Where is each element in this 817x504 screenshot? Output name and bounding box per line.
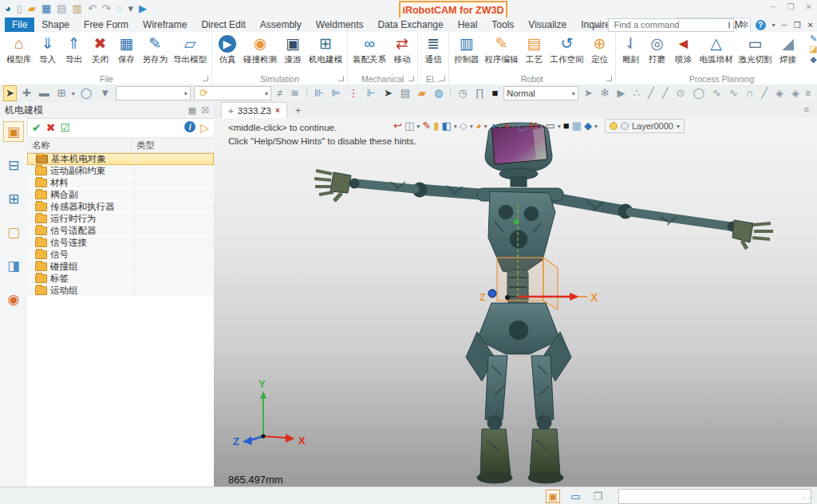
layer-caret-icon[interactable]: ▾	[677, 123, 680, 130]
ribbon-item-move[interactable]: ⇄移动	[389, 33, 415, 66]
background-swatch-icon[interactable]: ■	[563, 120, 570, 132]
render-manager-icon[interactable]: ◨	[3, 255, 24, 276]
history-clock-icon[interactable]: ◷	[456, 85, 469, 101]
window-restore-icon[interactable]: ❐	[787, 2, 795, 11]
ribbon-item-arc-additive[interactable]: △电弧增材	[697, 33, 736, 66]
zoom-in-icon[interactable]: ✚	[20, 85, 34, 101]
ribbon-item-locate[interactable]: ⊕定位	[587, 33, 613, 66]
insert-datum-icon[interactable]: ⊪	[312, 85, 326, 101]
plane-display-icon-caret[interactable]: ▾	[594, 123, 598, 130]
pick-box-icon-caret[interactable]: ▾	[72, 90, 75, 97]
shaded-box-icon[interactable]: ◧	[441, 120, 451, 132]
ribbon-item-weld[interactable]: ◢焊接	[776, 33, 801, 66]
new-file-icon[interactable]: ▯	[17, 3, 22, 14]
curve-icon[interactable]: ∿	[727, 85, 740, 101]
menu-tab-direct-edit[interactable]: Direct Edit	[194, 18, 252, 32]
menu-tab-visualize[interactable]: Visualize	[521, 18, 574, 32]
ribbon-item-walkthrough[interactable]: ▣漫游	[280, 33, 306, 66]
tree-row-joints-and-constraints[interactable]: 运动副和约束	[27, 165, 214, 177]
ribbon-item-save-as[interactable]: ✎另存为	[140, 33, 171, 66]
spray-tool-icon[interactable]: ✻	[598, 85, 612, 101]
resize-grip[interactable]: ⁙⁙	[800, 494, 814, 502]
robot-model[interactable]: X Z Y X Z	[214, 118, 817, 486]
exit-sketch-icon[interactable]: ↩	[393, 120, 402, 132]
wireframe-cube-icon-caret[interactable]: ▾	[470, 123, 473, 130]
doc-close-icon[interactable]: ✕	[807, 21, 814, 30]
insert-csys-icon[interactable]: ⊩	[365, 85, 378, 101]
pick-tool-icon[interactable]: ➤	[582, 85, 595, 101]
shade-mode-icon[interactable]: ◫	[405, 120, 414, 132]
info-icon[interactable]: i	[184, 121, 195, 132]
help-icon[interactable]: ?	[756, 20, 766, 30]
panel-close-icon[interactable]: ☒	[201, 105, 209, 116]
insert-point-icon[interactable]: ⋮	[346, 85, 361, 101]
appearance-sphere-icon-caret[interactable]: ▾	[484, 123, 487, 130]
toolbar-overflow-icon[interactable]: ≡	[805, 88, 814, 99]
ribbon-item-laser-cut[interactable]: ▭激光切割	[736, 33, 775, 66]
monitor-view-icon-caret[interactable]: ▾	[558, 123, 561, 130]
mechatronics-manager-icon[interactable]: ▣	[3, 121, 24, 142]
color-swatch-icon[interactable]: ■	[489, 85, 500, 101]
tree-row-signals[interactable]: 信号	[27, 249, 214, 261]
play-icon[interactable]: ▶	[139, 3, 147, 14]
titlebar-caret-icon[interactable]: ▾	[128, 3, 133, 14]
shade-mode-icon-caret[interactable]: ▾	[416, 123, 420, 130]
circle-center-icon[interactable]: ⊙	[674, 85, 688, 101]
layer-visibility-bulb-icon[interactable]	[610, 122, 618, 130]
surface-icon[interactable]: ◈	[789, 85, 802, 101]
doc-minimize-icon[interactable]: ─	[782, 21, 787, 30]
tree-row-signal-connections[interactable]: 信号连接	[27, 237, 214, 249]
ribbon-item-collision-detection[interactable]: ◉碰撞检测	[241, 33, 279, 66]
section-view-icon[interactable]: ◑	[490, 120, 496, 132]
zoom-out-icon[interactable]: ▬	[37, 85, 52, 101]
print-icon[interactable]: ▤	[57, 3, 66, 14]
monitor-status-icon[interactable]: ▭	[568, 490, 582, 503]
tree-row-motion-groups[interactable]: 运动组	[27, 285, 214, 297]
pick-arrow-icon[interactable]: ➤	[381, 85, 395, 101]
cancel-icon[interactable]: ✖	[46, 121, 56, 134]
tree-row-basic-mechatronic-objects[interactable]: 基本机电对象	[27, 153, 214, 165]
doc-restore-icon[interactable]: ❐	[794, 21, 801, 30]
cloud-icon[interactable]: ☁	[592, 19, 602, 30]
locate-target-icon[interactable]: ⌖	[503, 120, 509, 132]
window-view-icon[interactable]: ▢	[518, 120, 527, 132]
window-close-icon[interactable]: ✕	[806, 2, 812, 11]
ribbon-item-export[interactable]: ⇑导出	[61, 33, 87, 66]
segment-icon[interactable]: ╱	[759, 85, 770, 101]
document-tab[interactable]: + 3333.Z3 ×	[221, 102, 287, 118]
help-caret-icon[interactable]: ▾	[772, 22, 776, 29]
viewport-3d[interactable]: X Z Y X Z <middle-click>	[214, 118, 817, 486]
ribbon-item-import[interactable]: ⇓导入	[35, 33, 61, 66]
circle-icon[interactable]: ◯	[690, 85, 707, 101]
patch-tool-icon[interactable]: ◆	[810, 54, 816, 65]
plot-icon[interactable]: ▥	[73, 3, 82, 14]
filter-combo[interactable]: ▾	[116, 86, 191, 100]
align-icon[interactable]: ≠	[274, 85, 285, 101]
selection-ring-icon[interactable]: ◌	[116, 3, 123, 14]
filter-combo-caret[interactable]: ▾	[184, 90, 187, 97]
ribbon-item-communication[interactable]: ≣通信	[420, 33, 446, 66]
settings-gear-icon[interactable]: ✻	[740, 19, 748, 30]
save-icon[interactable]: ▦	[41, 3, 51, 14]
command-search[interactable]	[608, 18, 734, 32]
ribbon-item-export-model[interactable]: ▱导出模型	[171, 33, 209, 66]
ribbon-item-program-edit[interactable]: ✎程序编辑	[483, 33, 521, 66]
play-tool-icon[interactable]: ▶	[615, 85, 628, 101]
tree-row-materials[interactable]: 材料	[27, 177, 214, 189]
dialog-launcher-file[interactable]	[203, 76, 208, 81]
layer-combo[interactable]: Layer0000▾	[605, 119, 685, 133]
role-manager-icon[interactable]: ◉	[3, 289, 24, 309]
filter-icon[interactable]: ▼	[97, 85, 112, 101]
menu-tab-file[interactable]: File	[5, 18, 34, 32]
grid-icon[interactable]: ▦	[572, 120, 582, 132]
window-minimize-icon[interactable]: ─	[771, 2, 776, 11]
solid-box-icon[interactable]: ▮	[433, 120, 439, 132]
confirm-icon[interactable]: ✔	[32, 121, 41, 134]
bracket-icon[interactable]: ∏	[473, 85, 487, 101]
spline-icon[interactable]: ∿	[710, 85, 724, 101]
hatch-icon-caret[interactable]: ▾	[539, 123, 543, 130]
history-manager-icon[interactable]: ⊞	[3, 188, 24, 209]
appearance-sphere-icon[interactable]: ◕	[476, 120, 482, 132]
ribbon-item-polish[interactable]: ◎打磨	[645, 33, 670, 66]
apply-check-icon[interactable]: ☑	[60, 121, 70, 134]
